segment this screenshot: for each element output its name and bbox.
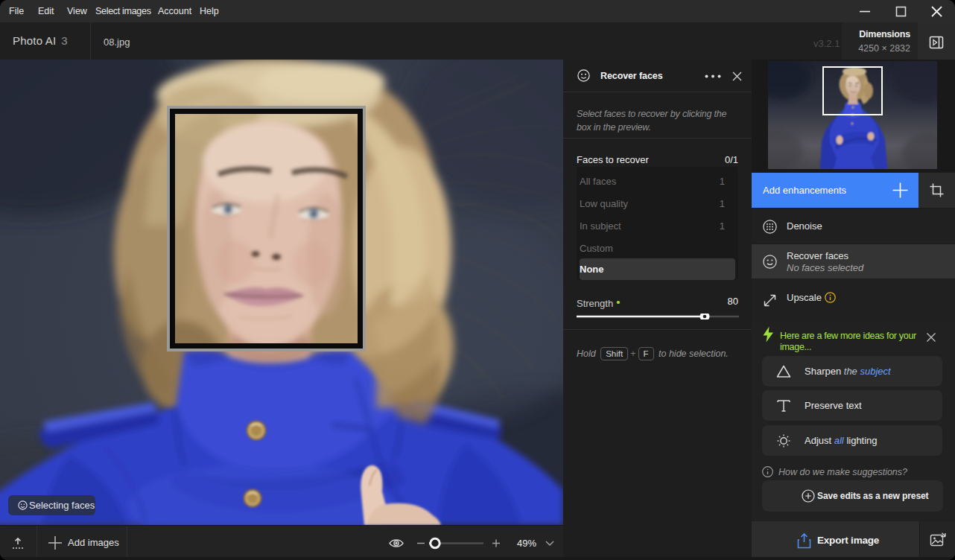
svg-text:49%: 49% bbox=[517, 538, 536, 549]
